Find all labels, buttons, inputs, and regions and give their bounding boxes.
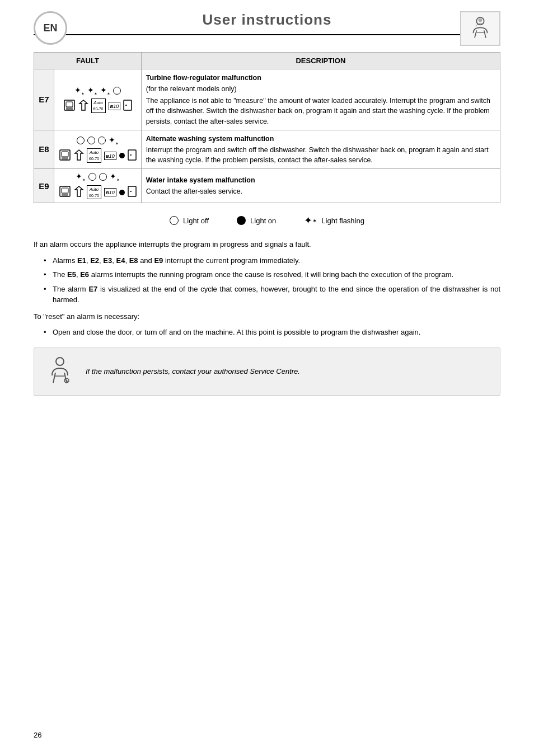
bullet-item-3: The alarm E7 is visualized at the end of… <box>44 284 500 306</box>
circle-empty-e9-1 <box>88 173 96 181</box>
svg-point-23 <box>56 358 64 365</box>
fault-code-e7: E7 <box>34 69 54 130</box>
circle-empty-e9-2 <box>99 173 107 181</box>
svg-point-1 <box>479 18 483 22</box>
page-title: User instructions <box>203 11 332 29</box>
fault-code-e9: E9 <box>34 169 54 203</box>
table-row: E9 ✦✶ ✦✶ <box>34 169 500 203</box>
legend-light-off: Light off <box>170 216 209 225</box>
desc-title-e9: Water intake system malfunction <box>146 175 495 185</box>
description-e7: Turbine flow-regulator malfunction (for … <box>141 69 500 130</box>
page-number: 26 <box>34 731 41 739</box>
door-icon-e9 <box>128 186 137 199</box>
language-badge: EN <box>34 11 67 45</box>
warning-text: If the malfunction persists, contact you… <box>86 366 300 377</box>
dot-filled-e8 <box>119 153 125 158</box>
circle-empty-e8-2 <box>87 137 95 144</box>
fault-column-header: FAULT <box>34 53 142 69</box>
svg-rect-7 <box>124 100 132 110</box>
table-row: E8 ✦✶ <box>34 130 500 168</box>
description-e8: Alternate washing system malfunction Int… <box>141 130 500 168</box>
flash-icon-e8: ✦✶ <box>109 136 119 145</box>
desc-title-e8: Alternate washing system malfunction <box>146 134 495 144</box>
filter-icon <box>78 99 88 113</box>
circle-empty-e8-1 <box>77 137 85 144</box>
flash-icon-e9-2: ✦✶ <box>110 172 120 182</box>
bullet-list-reset: Open and close the door, or turn off and… <box>34 327 500 338</box>
circle-empty-e8-3 <box>98 137 106 144</box>
flash-icon-1: ✦✶ <box>74 86 85 96</box>
bio-icon: B10 <box>109 102 121 110</box>
bio-icon-e8: B10 <box>104 152 116 160</box>
light-on-icon <box>237 216 246 225</box>
legend-light-flashing: ✦✶ Light flashing <box>304 214 364 227</box>
svg-marker-6 <box>79 100 87 110</box>
fault-code-e8: E8 <box>34 130 54 168</box>
svg-rect-3 <box>66 102 73 107</box>
page: EN User instructions FAULT DESCRIPTION <box>0 0 534 756</box>
legend-row: Light off Light on ✦✶ Light flashing <box>34 214 500 227</box>
fault-icons-e7: ✦✶ ✦✶ ✦✶ <box>54 69 142 130</box>
light-on-label: Light on <box>250 217 276 225</box>
light-off-label: Light off <box>183 217 209 225</box>
bio-icon-e9: B10 <box>104 188 116 196</box>
flash-icon-e9-1: ✦✶ <box>76 172 86 182</box>
program-auto-icon-e9: Auto 60-70 <box>87 185 101 200</box>
svg-rect-17 <box>62 188 68 193</box>
svg-rect-10 <box>62 152 68 157</box>
program-auto-icon: Auto 60-70 <box>91 98 106 113</box>
desc-title-e7: Turbine flow-regulator malfunction <box>146 73 495 83</box>
bullet-item-2: The E5, E6 alarms interrupts the running… <box>44 269 500 280</box>
svg-rect-14 <box>128 150 136 160</box>
table-row: E7 ✦✶ ✦✶ ✦✶ <box>34 69 500 130</box>
reset-bullet-item-1: Open and close the door, or turn off and… <box>44 327 500 338</box>
reset-intro: To "reset" an alarm is necessary: <box>34 311 500 322</box>
svg-rect-21 <box>128 186 136 196</box>
light-flashing-label: Light flashing <box>321 217 364 225</box>
flash-icon-2: ✦✶ <box>87 86 97 96</box>
dot-filled-e9 <box>119 190 125 195</box>
filter-icon-e8 <box>74 149 84 163</box>
warning-box: If the malfunction persists, contact you… <box>34 348 500 396</box>
fault-icons-e9: ✦✶ ✦✶ <box>54 169 142 203</box>
svg-line-24 <box>53 373 55 383</box>
light-off-icon <box>170 216 179 225</box>
language-label: EN <box>43 22 57 34</box>
bullet-list-main: Alarms E1, E2, E3, E4, E8 and E9 interru… <box>34 255 500 306</box>
door-icon-e7 <box>123 100 132 112</box>
description-e9: Water intake system malfunction Contact … <box>141 169 500 203</box>
intro-text: If an alarm occurs the appliance interru… <box>34 239 500 250</box>
door-icon-e8 <box>128 149 137 162</box>
program-auto-icon-e8: Auto 60-70 <box>87 148 101 163</box>
circle-empty-icon <box>113 87 121 95</box>
fault-table: FAULT DESCRIPTION E7 ✦✶ ✦✶ ✦✶ <box>34 52 500 203</box>
filter-icon-e9 <box>74 185 84 199</box>
legend-light-on: Light on <box>237 216 276 225</box>
flash-icon-3: ✦✶ <box>100 86 110 96</box>
body-content: If an alarm occurs the appliance interru… <box>34 239 500 337</box>
svg-marker-20 <box>75 186 83 196</box>
fault-icons-e8: ✦✶ <box>54 130 142 168</box>
light-flashing-icon: ✦✶ <box>304 214 317 227</box>
svg-marker-13 <box>75 150 83 160</box>
description-column-header: DESCRIPTION <box>141 53 500 69</box>
dishwasher-icon <box>63 99 76 113</box>
page-header: EN User instructions <box>34 11 500 35</box>
bullet-item-1: Alarms E1, E2, E3, E4, E8 and E9 interru… <box>44 255 500 266</box>
dishwasher-icon-e8 <box>59 149 71 163</box>
dishwasher-icon-e9 <box>59 185 71 199</box>
brand-logo <box>460 11 500 46</box>
warning-icon <box>44 356 76 387</box>
